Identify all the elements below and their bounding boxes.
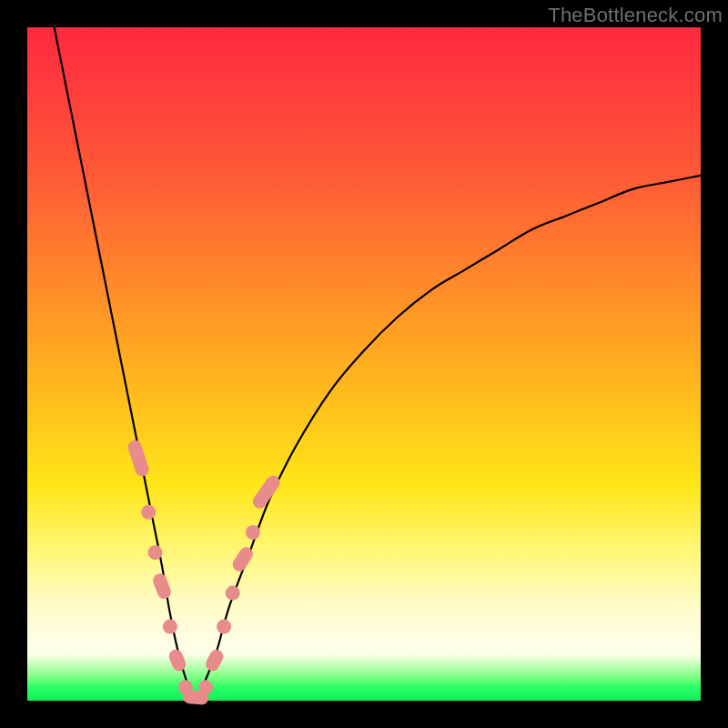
chart-svg: [27, 27, 701, 701]
bottleneck-curve: [55, 27, 701, 701]
data-marker-pill: [203, 647, 225, 673]
data-marker-pill: [151, 571, 173, 601]
watermark-text: TheBottleneck.com: [548, 4, 723, 27]
data-marker-dot: [217, 620, 231, 634]
data-marker-dot: [141, 505, 156, 520]
data-marker-dot: [198, 680, 213, 694]
chart-frame: TheBottleneck.com: [0, 0, 728, 728]
data-marker-dot: [148, 545, 163, 560]
data-marker-dot: [226, 586, 240, 601]
data-marker-dot: [163, 620, 177, 634]
data-markers: [126, 439, 283, 705]
data-marker-pill: [167, 647, 187, 672]
data-marker-dot: [246, 525, 260, 540]
plot-area: [27, 27, 701, 701]
data-marker-pill: [126, 439, 151, 478]
